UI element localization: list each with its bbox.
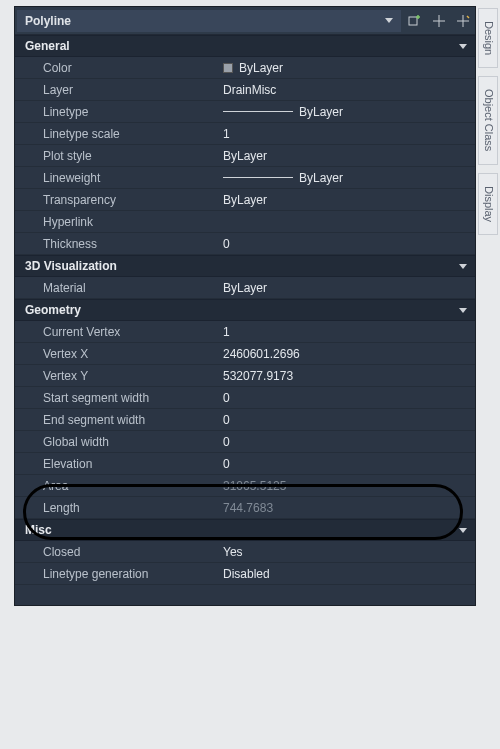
property-row[interactable]: Thickness 0 bbox=[15, 233, 475, 255]
section-misc-header[interactable]: Misc bbox=[15, 519, 475, 541]
toggle-pickadd-button[interactable] bbox=[403, 9, 427, 33]
property-label: End segment width bbox=[43, 413, 223, 427]
property-value: 0 bbox=[223, 391, 475, 405]
section-title: 3D Visualization bbox=[25, 259, 117, 273]
property-value: Yes bbox=[223, 545, 475, 559]
side-tabs: Design Object Class Display bbox=[478, 8, 498, 235]
property-value: 1 bbox=[223, 127, 475, 141]
property-label: Area bbox=[43, 479, 223, 493]
property-row[interactable]: Color ByLayer bbox=[15, 57, 475, 79]
property-value: Disabled bbox=[223, 567, 475, 581]
property-label: Length bbox=[43, 501, 223, 515]
property-value: 0 bbox=[223, 457, 475, 471]
property-label: Linetype generation bbox=[43, 567, 223, 581]
tab-object-class[interactable]: Object Class bbox=[478, 76, 498, 164]
section-title: General bbox=[25, 39, 70, 53]
property-label: Current Vertex bbox=[43, 325, 223, 339]
property-label: Elevation bbox=[43, 457, 223, 471]
property-value: 31065.5125 bbox=[223, 479, 475, 493]
property-row[interactable]: Vertex Y 532077.9173 bbox=[15, 365, 475, 387]
section-general-header[interactable]: General bbox=[15, 35, 475, 57]
property-row-area: Area 31065.5125 bbox=[15, 475, 475, 497]
property-label: Transparency bbox=[43, 193, 223, 207]
object-type-selector[interactable]: Polyline bbox=[17, 10, 401, 32]
property-label: Hyperlink bbox=[43, 215, 223, 229]
section-geometry-header[interactable]: Geometry bbox=[15, 299, 475, 321]
property-value: ByLayer bbox=[223, 61, 475, 75]
quick-select-button[interactable] bbox=[451, 9, 475, 33]
property-label: Vertex Y bbox=[43, 369, 223, 383]
property-label: Linetype scale bbox=[43, 127, 223, 141]
select-objects-button[interactable] bbox=[427, 9, 451, 33]
top-row: Polyline bbox=[15, 7, 475, 35]
property-label: Color bbox=[43, 61, 223, 75]
property-value: ByLayer bbox=[223, 281, 475, 295]
property-row[interactable]: Lineweight ByLayer bbox=[15, 167, 475, 189]
property-value: ByLayer bbox=[223, 149, 475, 163]
property-value: ByLayer bbox=[223, 105, 475, 119]
section-title: Geometry bbox=[25, 303, 81, 317]
property-row[interactable]: Elevation 0 bbox=[15, 453, 475, 475]
selector-value: Polyline bbox=[25, 14, 71, 28]
property-label: Linetype bbox=[43, 105, 223, 119]
properties-panel: Polyline General Color ByLayer bbox=[14, 6, 476, 606]
chevron-down-icon bbox=[385, 18, 393, 23]
svg-rect-0 bbox=[409, 17, 417, 25]
property-label: Plot style bbox=[43, 149, 223, 163]
property-row[interactable]: Global width 0 bbox=[15, 431, 475, 453]
toolbar-icons bbox=[403, 9, 475, 33]
property-row[interactable]: Hyperlink bbox=[15, 211, 475, 233]
property-row[interactable]: Layer DrainMisc bbox=[15, 79, 475, 101]
property-label: Material bbox=[43, 281, 223, 295]
chevron-down-icon bbox=[459, 44, 467, 49]
property-value-text: ByLayer bbox=[299, 105, 343, 119]
chevron-down-icon bbox=[459, 528, 467, 533]
section-3dviz-body: Material ByLayer bbox=[15, 277, 475, 299]
property-row-length: Length 744.7683 bbox=[15, 497, 475, 519]
color-swatch-icon bbox=[223, 63, 233, 73]
section-title: Misc bbox=[25, 523, 52, 537]
property-value: 532077.9173 bbox=[223, 369, 475, 383]
section-geometry-body: Current Vertex 1 Vertex X 2460601.2696 V… bbox=[15, 321, 475, 519]
property-value: 0 bbox=[223, 237, 475, 251]
property-row[interactable]: Plot style ByLayer bbox=[15, 145, 475, 167]
property-value-text: ByLayer bbox=[239, 61, 283, 75]
property-label: Lineweight bbox=[43, 171, 223, 185]
property-label: Global width bbox=[43, 435, 223, 449]
property-row[interactable]: Linetype scale 1 bbox=[15, 123, 475, 145]
chevron-down-icon bbox=[459, 264, 467, 269]
section-general-body: Color ByLayer Layer DrainMisc Linetype B… bbox=[15, 57, 475, 255]
property-value: 744.7683 bbox=[223, 501, 475, 515]
property-value: 2460601.2696 bbox=[223, 347, 475, 361]
line-sample-icon bbox=[223, 111, 293, 112]
tab-display[interactable]: Display bbox=[478, 173, 498, 235]
property-row[interactable]: Current Vertex 1 bbox=[15, 321, 475, 343]
property-label: Vertex X bbox=[43, 347, 223, 361]
property-value: DrainMisc bbox=[223, 83, 475, 97]
property-row[interactable]: End segment width 0 bbox=[15, 409, 475, 431]
property-row[interactable]: Material ByLayer bbox=[15, 277, 475, 299]
property-value: 0 bbox=[223, 413, 475, 427]
property-row[interactable]: Start segment width 0 bbox=[15, 387, 475, 409]
section-3dviz-header[interactable]: 3D Visualization bbox=[15, 255, 475, 277]
tab-design[interactable]: Design bbox=[478, 8, 498, 68]
property-value-text: ByLayer bbox=[299, 171, 343, 185]
property-row[interactable]: Linetype ByLayer bbox=[15, 101, 475, 123]
chevron-down-icon bbox=[459, 308, 467, 313]
line-sample-icon bbox=[223, 177, 293, 178]
property-label: Start segment width bbox=[43, 391, 223, 405]
property-value: 1 bbox=[223, 325, 475, 339]
section-misc-body: Closed Yes Linetype generation Disabled bbox=[15, 541, 475, 585]
property-value: ByLayer bbox=[223, 171, 475, 185]
property-label: Layer bbox=[43, 83, 223, 97]
property-label: Closed bbox=[43, 545, 223, 559]
property-row[interactable]: Linetype generation Disabled bbox=[15, 563, 475, 585]
property-row[interactable]: Vertex X 2460601.2696 bbox=[15, 343, 475, 365]
property-row[interactable]: Transparency ByLayer bbox=[15, 189, 475, 211]
property-label: Thickness bbox=[43, 237, 223, 251]
property-row[interactable]: Closed Yes bbox=[15, 541, 475, 563]
property-value: ByLayer bbox=[223, 193, 475, 207]
property-value: 0 bbox=[223, 435, 475, 449]
